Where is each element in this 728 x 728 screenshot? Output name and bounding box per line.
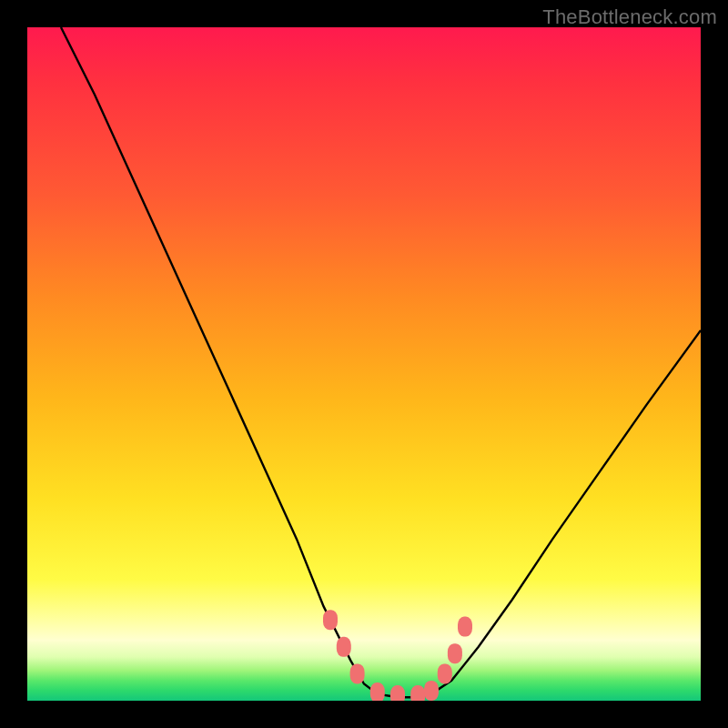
chart-svg: [27, 27, 701, 701]
curve-marker: [448, 643, 462, 663]
curve-marker: [390, 685, 405, 701]
curve-marker: [370, 682, 385, 701]
curve-marker: [350, 663, 365, 683]
curve-marker: [438, 663, 452, 683]
curve-marker: [323, 610, 338, 630]
outer-frame: TheBottleneck.com: [0, 0, 728, 728]
markers-layer: [323, 610, 472, 701]
watermark-text: TheBottleneck.com: [542, 5, 717, 29]
curve-marker: [337, 637, 351, 657]
plot-area: [27, 27, 701, 701]
curve-layer: [61, 27, 701, 697]
curve-marker: [410, 685, 425, 701]
curve-marker: [424, 681, 439, 701]
curve-marker: [458, 617, 472, 637]
bottleneck-curve-path: [61, 27, 701, 697]
